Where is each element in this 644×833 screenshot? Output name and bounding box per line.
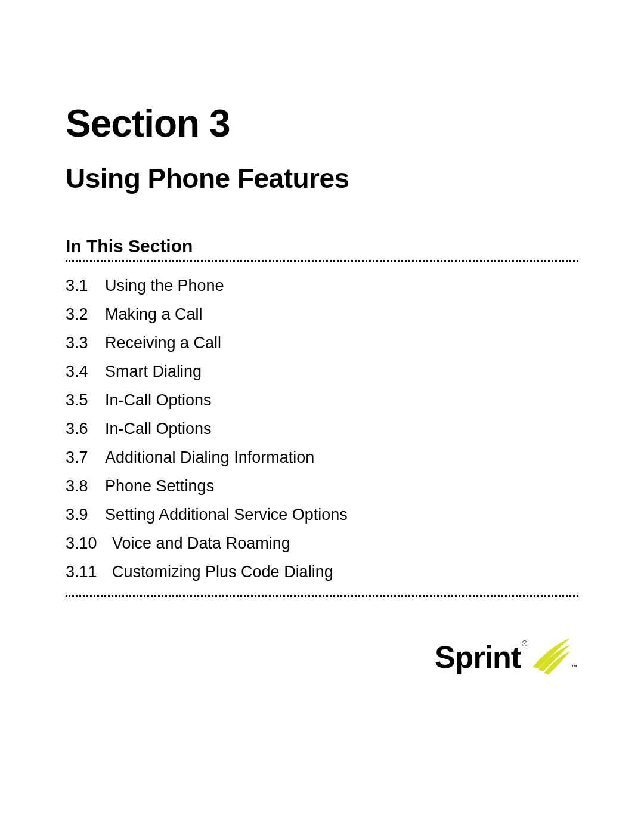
toc-title: Phone Settings xyxy=(105,472,214,500)
toc-title: In-Call Options xyxy=(105,386,212,414)
toc-list: 3.1 Using the Phone 3.2 Making a Call 3.… xyxy=(66,271,578,587)
registered-mark: ® xyxy=(522,640,527,648)
sprint-wing-icon xyxy=(531,634,572,676)
toc-title: Setting Additional Service Options xyxy=(105,500,348,529)
toc-item: 3.11 Customizing Plus Code Dialing xyxy=(66,558,578,586)
toc-title: Additional Dialing Information xyxy=(105,443,314,472)
toc-number: 3.3 xyxy=(66,329,105,357)
toc-item: 3.8 Phone Settings xyxy=(66,472,578,500)
toc-title: Using the Phone xyxy=(105,271,224,300)
divider-top xyxy=(66,260,578,262)
toc-number: 3.9 xyxy=(66,500,105,529)
toc-item: 3.9 Setting Additional Service Options xyxy=(66,500,578,529)
toc-number: 3.5 xyxy=(66,386,105,414)
toc-heading: In This Section xyxy=(66,236,578,256)
toc-number: 3.4 xyxy=(66,357,105,386)
toc-number: 3.6 xyxy=(66,414,105,443)
toc-number: 3.11 xyxy=(66,558,112,586)
toc-title: Smart Dialing xyxy=(105,357,202,386)
toc-number: 3.7 xyxy=(66,443,105,472)
toc-number: 3.10 xyxy=(66,529,112,558)
section-title: Using Phone Features xyxy=(66,162,578,194)
section-label: Section 3 xyxy=(66,101,578,145)
toc-number: 3.8 xyxy=(66,472,105,500)
toc-item: 3.2 Making a Call xyxy=(66,300,578,329)
toc-title: Customizing Plus Code Dialing xyxy=(112,558,333,586)
toc-title: Receiving a Call xyxy=(105,329,221,357)
toc-item: 3.10 Voice and Data Roaming xyxy=(66,529,578,558)
divider-bottom xyxy=(66,595,578,597)
toc-title: Voice and Data Roaming xyxy=(112,529,290,558)
trademark-mark: ™ xyxy=(571,664,577,670)
brand-logo: Sprint ® ™ xyxy=(400,631,578,679)
toc-item: 3.1 Using the Phone xyxy=(66,271,578,300)
brand-name: Sprint xyxy=(435,639,521,675)
toc-item: 3.3 Receiving a Call xyxy=(66,329,578,357)
toc-item: 3.5 In-Call Options xyxy=(66,386,578,414)
toc-title: In-Call Options xyxy=(105,414,212,443)
toc-number: 3.1 xyxy=(66,271,105,300)
toc-number: 3.2 xyxy=(66,300,105,329)
toc-title: Making a Call xyxy=(105,300,203,329)
toc-item: 3.6 In-Call Options xyxy=(66,414,578,443)
document-page: Section 3 Using Phone Features In This S… xyxy=(0,0,644,833)
toc-item: 3.7 Additional Dialing Information xyxy=(66,443,578,472)
toc-item: 3.4 Smart Dialing xyxy=(66,357,578,386)
